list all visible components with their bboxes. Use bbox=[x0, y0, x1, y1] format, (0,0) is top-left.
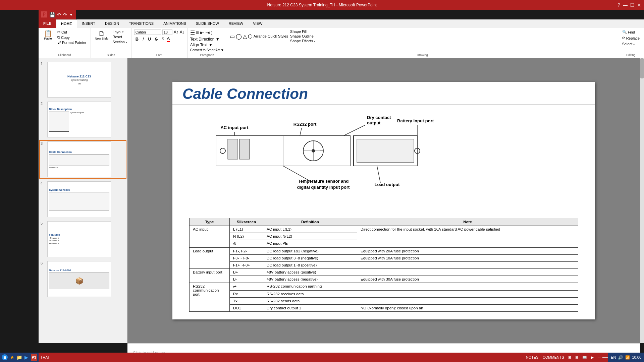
customize-icon[interactable]: ▼ bbox=[69, 12, 73, 17]
slideshow-icon[interactable]: ▶ bbox=[591, 355, 594, 360]
text-direction-button[interactable]: Text Direction ▼ bbox=[190, 37, 220, 42]
explorer-icon[interactable]: 📁 bbox=[16, 354, 22, 361]
tab-animations[interactable]: ANIMATIONS bbox=[159, 19, 191, 28]
shape4[interactable]: ⬡ bbox=[248, 33, 253, 40]
shape-fill-button[interactable]: Shape Fill bbox=[290, 29, 315, 34]
shape3[interactable]: △ bbox=[243, 33, 247, 40]
select-button[interactable]: Select - bbox=[621, 42, 641, 46]
svg-line-24 bbox=[283, 166, 310, 181]
comments-button[interactable]: COMMENTS bbox=[543, 355, 564, 359]
shape-outline-button[interactable]: Shape Outline bbox=[290, 34, 315, 38]
table-row: Tx RS-232 sends data bbox=[190, 298, 578, 305]
new-slide-button[interactable]: 🗋 New Slide bbox=[94, 29, 110, 41]
cut-icon: ✂ bbox=[57, 30, 60, 34]
slide-sorter-icon[interactable]: ⊟ bbox=[575, 355, 578, 360]
slide-thumb-6[interactable]: 6 Netsure 718-0000 📦 bbox=[40, 260, 126, 298]
increase-indent-icon[interactable]: ⇥ bbox=[205, 29, 210, 36]
decrease-font-icon[interactable]: A↓ bbox=[180, 30, 184, 35]
underline-button[interactable]: U bbox=[147, 36, 152, 42]
font-color-icon[interactable]: A bbox=[167, 36, 170, 42]
italic-button[interactable]: I bbox=[141, 36, 145, 42]
powerpoint-taskbar-icon[interactable]: P3 bbox=[31, 354, 37, 361]
redo-icon[interactable]: ↷ bbox=[63, 12, 67, 17]
shape2[interactable]: ◯ bbox=[236, 33, 242, 40]
cut-button[interactable]: ✂ Cut bbox=[56, 29, 88, 35]
svg-text:Temperature sensor and: Temperature sensor and bbox=[298, 179, 349, 184]
help-button[interactable]: ? bbox=[618, 2, 620, 8]
slide-thumb-3[interactable]: 3 Cable Connection Table data... bbox=[40, 141, 126, 178]
tab-slideshow[interactable]: SLIDE SHOW bbox=[191, 19, 224, 28]
layout-button[interactable]: Layout bbox=[111, 29, 128, 34]
slide-thumb-1[interactable]: 1 Netsure 212 C23 System Training TH bbox=[40, 61, 126, 98]
shape-effects-button[interactable]: Shape Effects - bbox=[290, 39, 315, 43]
svg-line-26 bbox=[377, 166, 380, 183]
slide-thumb-2[interactable]: 2 Block Description System diagram bbox=[40, 101, 126, 138]
align-text-button[interactable]: Align Text ▼ bbox=[190, 43, 213, 47]
font-size-input[interactable] bbox=[162, 29, 172, 35]
shadow-button[interactable]: S bbox=[160, 37, 165, 41]
shape1[interactable]: ▭ bbox=[230, 33, 235, 40]
col-type: Type bbox=[190, 218, 230, 226]
editing-group: 🔍 Find ⟳ Replace Select - Editing bbox=[618, 28, 644, 58]
save-icon[interactable]: 💾 bbox=[49, 12, 55, 17]
decrease-indent-icon[interactable]: ⇤ bbox=[200, 29, 204, 36]
app-title: Netsure 212 C23 System Training_TH - Mic… bbox=[267, 3, 377, 7]
tab-view[interactable]: VIEW bbox=[248, 19, 267, 28]
font-family-input[interactable] bbox=[134, 29, 161, 35]
network-icon[interactable]: 📶 bbox=[625, 355, 630, 360]
main-slide-area[interactable]: Cable Connection AC input bbox=[127, 58, 640, 343]
numbered-list-icon[interactable]: ≡ bbox=[196, 30, 199, 36]
table-row: Battery input port B+ 48V battery access… bbox=[190, 269, 578, 276]
close-button[interactable]: ✕ bbox=[637, 2, 641, 8]
reading-view-icon[interactable]: 📖 bbox=[582, 355, 587, 360]
table-row: B- 48V battery access (negative) Equippe… bbox=[190, 276, 578, 283]
replace-icon: ⟳ bbox=[622, 36, 625, 40]
bold-button[interactable]: B bbox=[134, 36, 140, 42]
reset-button[interactable]: Reset bbox=[111, 35, 128, 39]
copy-button[interactable]: ⧉ Copy bbox=[56, 35, 88, 40]
minimize-button[interactable]: — bbox=[623, 2, 628, 8]
slide-thumb-4[interactable]: 4 System Sensors bbox=[40, 181, 126, 218]
ribbon-tab-bar: FILE HOME INSERT DESIGN TRANSITIONS ANIM… bbox=[39, 19, 644, 28]
ie-icon[interactable]: e bbox=[9, 354, 15, 361]
scrollbar-thumb[interactable] bbox=[640, 58, 644, 78]
normal-view-icon[interactable]: ⊞ bbox=[568, 355, 571, 360]
quick-styles-button[interactable]: Quick Styles bbox=[268, 34, 288, 38]
bullet-list-icon[interactable]: ☰ bbox=[190, 29, 195, 36]
vertical-scrollbar[interactable] bbox=[640, 58, 644, 343]
tab-transitions[interactable]: TRANSITIONS bbox=[124, 19, 159, 28]
slide-thumb-5[interactable]: 5 Features • Feature 1• Feature 2• Featu… bbox=[40, 221, 126, 258]
col-def: Definition bbox=[263, 218, 357, 226]
notes-button[interactable]: NOTES bbox=[526, 355, 539, 359]
col-silk: Silkscreen bbox=[230, 218, 263, 226]
media-icon[interactable]: ▶ bbox=[23, 354, 29, 361]
arrange-button[interactable]: Arrange bbox=[254, 34, 267, 38]
tab-insert[interactable]: INSERT bbox=[77, 19, 100, 28]
columns-icon[interactable]: ⫿ bbox=[211, 31, 213, 35]
powerpoint-icon: 🅿 bbox=[41, 11, 47, 18]
find-button[interactable]: 🔍 Find bbox=[621, 29, 641, 35]
strikethrough-button[interactable]: S̶ bbox=[154, 36, 159, 42]
svg-text:AC input port: AC input port bbox=[220, 125, 249, 130]
tab-home[interactable]: HOME bbox=[56, 19, 77, 28]
start-button[interactable]: ⊞ bbox=[1, 354, 8, 361]
restore-button[interactable]: ❐ bbox=[630, 2, 635, 8]
tab-design[interactable]: DESIGN bbox=[100, 19, 124, 28]
svg-rect-5 bbox=[228, 139, 238, 159]
paste-button[interactable]: 📋 Paste bbox=[41, 29, 55, 41]
new-slide-icon: 🗋 bbox=[98, 30, 105, 37]
svg-text:Battery input port: Battery input port bbox=[397, 118, 434, 123]
cable-table: Type Silkscreen Definition Note AC input… bbox=[189, 218, 578, 312]
volume-icon[interactable]: 🔊 bbox=[618, 355, 623, 360]
format-painter-button[interactable]: 🖌 Format Painter bbox=[56, 40, 88, 45]
tab-review[interactable]: REVIEW bbox=[224, 19, 248, 28]
section-button[interactable]: Section - bbox=[111, 40, 128, 44]
increase-font-icon[interactable]: A↑ bbox=[174, 30, 178, 35]
find-icon: 🔍 bbox=[622, 30, 627, 34]
replace-button[interactable]: ⟳ Replace bbox=[621, 36, 641, 41]
table-row: RS232 communication port ⇌ RS-232 commun… bbox=[190, 283, 578, 291]
convert-smartart-button[interactable]: Convert to SmartArt ▼ bbox=[190, 48, 224, 52]
paste-icon: 📋 bbox=[44, 30, 52, 37]
undo-icon[interactable]: ↶ bbox=[57, 12, 61, 17]
tab-file[interactable]: FILE bbox=[39, 19, 56, 28]
